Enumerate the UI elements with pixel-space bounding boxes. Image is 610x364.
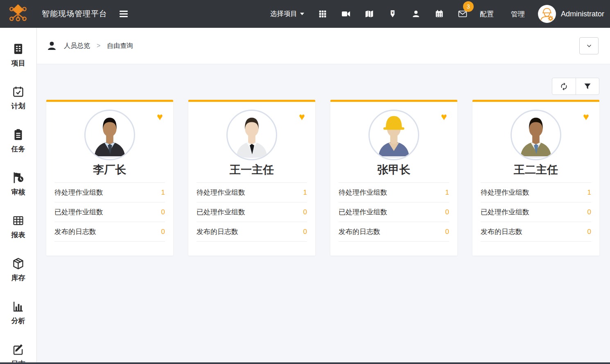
sidebar-label: 项目 xyxy=(11,58,25,68)
stat-label: 已处理作业组数 xyxy=(481,207,529,217)
sidebar-label: 审核 xyxy=(11,187,25,197)
mail-icon[interactable]: 3 xyxy=(458,9,468,19)
manage-link[interactable]: 管理 xyxy=(511,9,525,19)
sidebar-item-analysis[interactable]: 分析 xyxy=(0,291,36,334)
sidebar-label: 分析 xyxy=(11,316,25,326)
stat-value: 1 xyxy=(587,189,591,197)
hamburger-menu-icon[interactable] xyxy=(120,10,128,18)
chevron-down-icon xyxy=(585,42,593,49)
sidebar-item-log[interactable]: 日志 xyxy=(0,334,36,362)
report-icon xyxy=(11,214,25,227)
favorite-heart-icon[interactable]: ♥ xyxy=(583,112,589,122)
sidebar-label: 计划 xyxy=(11,101,25,111)
stat-value: 1 xyxy=(303,189,307,197)
stat-value: 0 xyxy=(587,228,591,236)
favorite-heart-icon[interactable]: ♥ xyxy=(157,112,163,122)
stat-row: 发布的日志数 0 xyxy=(339,222,449,241)
stat-value: 0 xyxy=(445,228,449,236)
breadcrumb-current[interactable]: 自由查询 xyxy=(107,42,133,50)
stat-row: 待处理作业组数 1 xyxy=(54,182,165,202)
horizontal-scrollbar[interactable] xyxy=(0,362,610,364)
stat-label: 发布的日志数 xyxy=(197,227,238,236)
person-name: 张甲长 xyxy=(330,162,457,182)
sidebar-item-audit[interactable]: 审核 xyxy=(0,162,36,205)
project-select-label: 选择项目 xyxy=(270,9,297,18)
apps-grid-icon[interactable] xyxy=(318,9,328,19)
breadcrumb: 人员总览 > 自由查询 xyxy=(46,40,133,52)
config-link[interactable]: 配置 xyxy=(480,9,494,19)
task-icon xyxy=(11,128,25,142)
refresh-icon xyxy=(560,82,568,91)
helmet xyxy=(525,116,546,130)
favorite-heart-icon[interactable]: ♥ xyxy=(441,112,447,122)
stat-label: 待处理作业组数 xyxy=(339,188,387,197)
sidebar: 项目 计划 任务 审核 xyxy=(0,28,37,362)
avatar xyxy=(226,110,277,160)
refresh-button[interactable] xyxy=(552,78,576,94)
inventory-icon xyxy=(11,257,25,270)
person-card: ♥ xyxy=(330,100,457,256)
stat-row: 发布的日志数 0 xyxy=(54,222,165,241)
person-icon xyxy=(46,40,57,52)
person-name: 王二主任 xyxy=(472,162,599,182)
stat-row: 已处理作业组数 0 xyxy=(197,202,307,222)
stat-row: 已处理作业组数 0 xyxy=(54,202,165,222)
person-card: ♥ xyxy=(46,100,173,256)
sidebar-item-project[interactable]: 项目 xyxy=(0,34,36,76)
person-name: 王一主任 xyxy=(188,162,315,182)
sidebar-item-inventory[interactable]: 库存 xyxy=(0,248,36,291)
stats-list: 待处理作业组数 1 已处理作业组数 0 发布的日志数 0 xyxy=(481,182,591,242)
person-name: 李厂长 xyxy=(46,162,173,182)
stat-value: 1 xyxy=(161,189,165,197)
user-icon[interactable] xyxy=(411,9,421,19)
audit-icon xyxy=(11,171,25,184)
favorite-heart-icon[interactable]: ♥ xyxy=(299,112,305,122)
avatar xyxy=(368,110,419,160)
stat-label: 待处理作业组数 xyxy=(54,188,103,197)
stat-label: 待处理作业组数 xyxy=(481,188,529,197)
stat-row: 已处理作业组数 0 xyxy=(481,202,591,222)
breadcrumb-separator: > xyxy=(97,42,100,49)
sidebar-label: 任务 xyxy=(11,144,25,154)
avatar xyxy=(84,110,135,160)
stat-row: 发布的日志数 0 xyxy=(481,222,591,241)
stat-label: 待处理作业组数 xyxy=(197,188,245,197)
toolbar xyxy=(46,78,599,95)
stats-list: 待处理作业组数 1 已处理作业组数 0 发布的日志数 0 xyxy=(197,182,307,242)
filter-button[interactable] xyxy=(576,78,599,94)
log-icon xyxy=(11,343,25,356)
project-icon xyxy=(11,42,25,56)
filter-icon xyxy=(583,82,592,90)
username[interactable]: Administrator xyxy=(561,10,604,18)
stat-row: 待处理作业组数 1 xyxy=(197,182,307,202)
stats-list: 待处理作业组数 1 已处理作业组数 0 发布的日志数 0 xyxy=(54,182,165,242)
mail-badge: 3 xyxy=(463,1,474,12)
stats-list: 待处理作业组数 1 已处理作业组数 0 发布的日志数 0 xyxy=(339,182,449,242)
sidebar-item-plan[interactable]: 计划 xyxy=(0,76,36,119)
project-select-dropdown[interactable]: 选择项目 xyxy=(270,9,304,18)
stat-label: 发布的日志数 xyxy=(54,227,96,236)
stat-label: 已处理作业组数 xyxy=(197,207,245,217)
stat-label: 发布的日志数 xyxy=(339,227,380,236)
topbar: 智能现场管理平台 选择项目 ¥ xyxy=(0,0,610,28)
stat-value: 0 xyxy=(303,228,307,236)
collapse-panel-button[interactable] xyxy=(579,37,599,54)
stat-label: 发布的日志数 xyxy=(481,227,522,236)
plan-icon xyxy=(11,85,25,99)
avatar xyxy=(511,110,561,160)
person-card: ♥ xyxy=(188,100,315,256)
breadcrumb-root[interactable]: 人员总览 xyxy=(64,42,90,50)
person-card: ♥ xyxy=(472,100,599,256)
stat-value: 0 xyxy=(161,208,165,216)
calendar-icon[interactable] xyxy=(434,9,444,19)
map-icon[interactable] xyxy=(364,9,374,19)
video-camera-icon[interactable] xyxy=(341,9,351,19)
brand-logo-icon[interactable] xyxy=(7,4,29,23)
page-header: 人员总览 > 自由查询 xyxy=(37,28,610,64)
sidebar-item-task[interactable]: 任务 xyxy=(0,119,36,162)
sidebar-item-report[interactable]: 报表 xyxy=(0,205,36,248)
user-avatar[interactable] xyxy=(538,5,556,23)
helmet xyxy=(241,116,262,130)
stat-value: 0 xyxy=(445,208,449,216)
price-tag-icon[interactable]: ¥ xyxy=(388,9,398,19)
